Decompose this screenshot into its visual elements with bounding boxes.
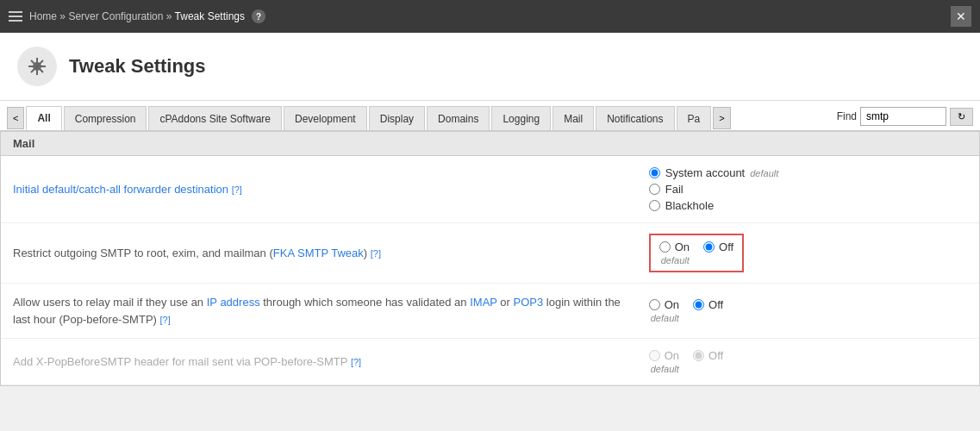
- row2-off-radio[interactable]: [703, 241, 715, 253]
- tab-development[interactable]: Development: [284, 106, 367, 130]
- row4-on-radio[interactable]: [649, 350, 660, 361]
- close-button[interactable]: ✕: [951, 6, 971, 27]
- radio-system-account: System account default: [649, 166, 967, 179]
- tabs-next-button[interactable]: >: [713, 107, 730, 129]
- section-header-mail: Mail: [1, 132, 979, 156]
- find-area: Find ↻: [837, 107, 973, 129]
- row3-ip-link[interactable]: IP address: [207, 296, 260, 309]
- table-row: Restrict outgoing SMTP to root, exim, an…: [1, 223, 979, 284]
- row3-on-radio[interactable]: [649, 299, 660, 310]
- row3-imap-link[interactable]: IMAP: [470, 296, 497, 309]
- breadcrumb-server-config[interactable]: Server Configuration: [68, 10, 163, 22]
- row4-label: Add X-PopBeforeSMTP header for mail sent…: [1, 339, 637, 385]
- row4-default-text: default: [649, 364, 679, 374]
- radio-fail-input[interactable]: [649, 184, 660, 195]
- row4-on-label: On: [665, 349, 679, 362]
- row3-radio-row: On Off: [649, 298, 723, 311]
- tab-mail[interactable]: Mail: [552, 106, 594, 130]
- row3-off-label: Off: [708, 298, 723, 311]
- row4-off-radio[interactable]: [693, 350, 704, 361]
- row1-help[interactable]: [?]: [232, 184, 242, 195]
- row3-radio-group: On Off default: [649, 298, 967, 323]
- table-row: Allow users to relay mail if they use an…: [1, 284, 979, 339]
- row3-off-item: Off: [693, 298, 723, 311]
- breadcrumb-sep2: »: [166, 10, 172, 22]
- row2-fka-link[interactable]: FKA SMTP Tweak: [273, 247, 364, 259]
- tab-domains[interactable]: Domains: [427, 106, 490, 130]
- row4-radio-row: On Off: [649, 349, 723, 362]
- radio-fail: Fail: [649, 183, 967, 196]
- row3-label: Allow users to relay mail if they use an…: [1, 284, 637, 339]
- breadcrumb-sep1: »: [59, 10, 66, 22]
- tabs-prev-button[interactable]: <: [7, 107, 24, 129]
- row3-help[interactable]: [?]: [160, 315, 171, 325]
- tab-all[interactable]: All: [26, 106, 61, 130]
- tab-pa[interactable]: Pa: [677, 106, 712, 130]
- row2-control: On Off default: [637, 223, 979, 284]
- row4-off-label: Off: [708, 349, 723, 362]
- row2-on-item: On: [659, 240, 690, 253]
- row2-off-label: Off: [719, 240, 733, 253]
- radio-blackhole: Blackhole: [649, 199, 967, 212]
- row4-help[interactable]: [?]: [351, 357, 361, 367]
- tab-notifications[interactable]: Notifications: [596, 106, 674, 130]
- table-row: Initial default/catch-all forwarder dest…: [1, 156, 979, 223]
- row1-radio-group: System account default Fail Blackhole: [649, 166, 967, 212]
- tab-logging[interactable]: Logging: [491, 106, 551, 130]
- hamburger-menu[interactable]: [9, 11, 22, 22]
- top-bar: Home » Server Configuration » Tweak Sett…: [0, 0, 980, 33]
- find-input[interactable]: [860, 107, 946, 126]
- settings-table: Initial default/catch-all forwarder dest…: [1, 156, 979, 385]
- radio-blackhole-label: Blackhole: [665, 199, 714, 212]
- breadcrumb-home[interactable]: Home: [29, 10, 57, 22]
- top-bar-left: Home » Server Configuration » Tweak Sett…: [9, 9, 265, 23]
- help-icon[interactable]: ?: [252, 9, 265, 23]
- find-label: Find: [837, 110, 857, 122]
- radio-blackhole-input[interactable]: [649, 200, 660, 211]
- tabs-container: < All Compression cPAddons Site Software…: [0, 101, 980, 131]
- page-icon: [17, 47, 57, 86]
- row2-label: Restrict outgoing SMTP to root, exim, an…: [1, 223, 637, 284]
- top-bar-right: ✕: [951, 6, 971, 27]
- row3-default-text: default: [649, 313, 679, 323]
- settings-icon: [25, 54, 49, 78]
- row3-off-radio[interactable]: [693, 299, 704, 310]
- radio-fail-label: Fail: [665, 183, 684, 196]
- breadcrumb-current: Tweak Settings: [175, 10, 245, 22]
- row4-control: On Off default: [637, 339, 979, 385]
- radio-system-input[interactable]: [649, 167, 660, 178]
- radio-system-default: default: [750, 168, 778, 178]
- row4-on-item: On: [649, 349, 679, 362]
- row2-off-item: Off: [703, 240, 733, 253]
- row2-radio-row: On Off: [659, 240, 733, 253]
- row2-on-label: On: [675, 240, 690, 253]
- row3-on-label: On: [665, 298, 679, 311]
- tab-cpaddons[interactable]: cPAddons Site Software: [148, 106, 282, 130]
- row3-control: On Off default: [637, 284, 979, 339]
- radio-system-label: System account: [665, 166, 746, 179]
- row1-label: Initial default/catch-all forwarder dest…: [1, 156, 637, 223]
- main-content: Mail Initial default/catch-all forwarder…: [0, 131, 980, 386]
- tab-display[interactable]: Display: [369, 106, 425, 130]
- page-title: Tweak Settings: [69, 55, 206, 78]
- row4-off-item: Off: [693, 349, 723, 362]
- row3-on-item: On: [649, 298, 679, 311]
- table-row: Add X-PopBeforeSMTP header for mail sent…: [1, 339, 979, 385]
- tab-compression[interactable]: Compression: [64, 106, 147, 130]
- breadcrumb: Home » Server Configuration » Tweak Sett…: [29, 10, 245, 22]
- row1-label-link[interactable]: Initial default/catch-all forwarder dest…: [13, 183, 228, 196]
- row2-help[interactable]: [?]: [371, 248, 381, 259]
- page-header: Tweak Settings: [0, 33, 980, 101]
- row3-pop3-link[interactable]: POP3: [514, 296, 544, 309]
- find-button[interactable]: ↻: [950, 108, 973, 126]
- row1-control: System account default Fail Blackhole: [637, 156, 979, 223]
- row4-radio-group: On Off default: [649, 349, 967, 374]
- row2-default-text: default: [659, 255, 733, 265]
- row2-highlight-box: On Off default: [649, 234, 744, 272]
- row2-on-radio[interactable]: [659, 241, 671, 253]
